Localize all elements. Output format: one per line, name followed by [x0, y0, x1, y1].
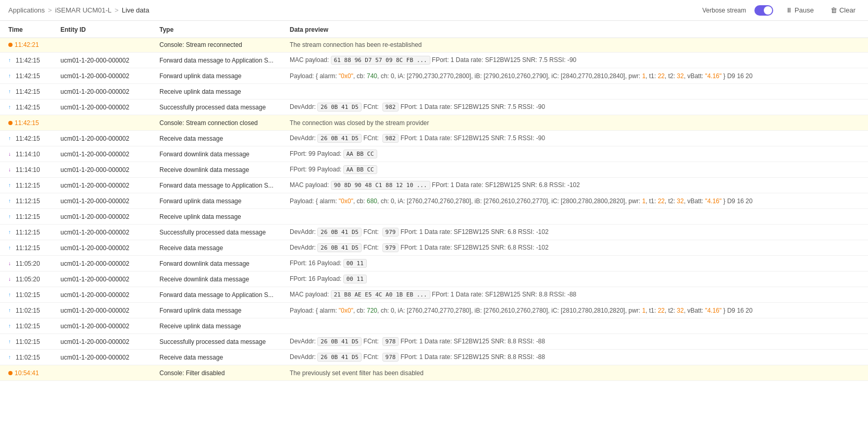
clear-button[interactable]: 🗑 Clear [826, 4, 860, 16]
cell-time: ↓11:14:10 [8, 166, 60, 174]
cell-type: Forward data message to Application S... [159, 57, 290, 64]
table-row: ↑11:02:15 ucm01-1-20-000-000002 Successf… [0, 334, 868, 350]
col-type: Type [159, 26, 290, 33]
cell-data: DevAddr: 26 0B 41 D5 FCnt: 978 FPort: 1 … [290, 337, 860, 346]
cell-time: ↑11:12:15 [8, 244, 60, 252]
toggle-slider [754, 5, 773, 16]
cell-type: Forward uplink data message [159, 72, 290, 80]
cell-time: ↑11:42:15 [8, 104, 60, 111]
cell-type: Receive uplink data message [159, 323, 290, 330]
cell-time: ↑11:12:15 [8, 197, 60, 205]
table-row: ↑11:42:15 ucm01-1-20-000-000002 Receive … [0, 131, 868, 146]
cell-type: Receive uplink data message [159, 88, 290, 95]
cell-type: Console: Stream reconnected [159, 41, 290, 48]
time-value: 11:42:15 [16, 88, 40, 95]
mac-payload-badge: 90 8D 90 48 C1 88 12 10 ... [331, 181, 430, 190]
cell-time: ↑11:02:15 [8, 354, 60, 361]
cell-type: Receive data message [159, 354, 290, 361]
cell-entity: ucm01-1-20-000-000002 [60, 354, 159, 361]
cell-type: Forward uplink data message [159, 307, 290, 314]
down-icon: ↓ [8, 261, 14, 266]
time-value: 11:12:15 [16, 244, 40, 252]
cell-type: Forward data message to Application S... [159, 291, 290, 299]
cell-time: ↑11:12:15 [8, 229, 60, 236]
time-value: 11:05:20 [16, 276, 40, 283]
cell-data: MAC payload: 61 88 96 D7 57 09 8C FB ...… [290, 56, 860, 65]
table-row: ↑11:42:15 ucm01-1-20-000-000002 Forward … [0, 53, 868, 68]
cell-data: DevAddr: 26 0B 41 D5 FCnt: 982 FPort: 1 … [290, 103, 860, 112]
time-value: 11:14:10 [16, 166, 40, 174]
breadcrumb-sep2: > [115, 6, 119, 14]
cell-data: DevAddr: 26 0B 41 D5 FCnt: 978 FPort: 1 … [290, 353, 860, 362]
table-row: ↑11:42:15 ucm01-1-20-000-000002 Forward … [0, 68, 868, 84]
cell-entity: ucm01-1-20-000-000002 [60, 338, 159, 345]
time-value: 11:12:15 [16, 197, 40, 205]
cell-data: DevAddr: 26 0B 41 D5 FCnt: 979 FPort: 1 … [290, 228, 860, 237]
cell-data: MAC payload: 90 8D 90 48 C1 88 12 10 ...… [290, 181, 860, 190]
cell-data: DevAddr: 26 0B 41 D5 FCnt: 982 FPort: 1 … [290, 134, 860, 143]
table-row: ↑11:42:15 ucm01-1-20-000-000002 Receive … [0, 84, 868, 100]
col-data: Data preview [290, 26, 860, 33]
table-row: ↑11:12:15 ucm01-1-20-000-000002 Successf… [0, 225, 868, 240]
cell-data: The stream connection has been re-establ… [290, 41, 860, 48]
cell-type: Receive data message [159, 135, 290, 142]
breadcrumb-applications[interactable]: Applications [8, 6, 45, 14]
cell-data: FPort: 16 Payload: 00 11 [290, 275, 860, 283]
cell-type: Receive data message [159, 244, 290, 252]
breadcrumb-device[interactable]: iSEMAR UCM01-L [55, 6, 111, 14]
cell-time: ↑11:02:15 [8, 291, 60, 299]
cell-data: Payload: { alarm: "0x0", cb: 740, ch: 0,… [290, 72, 860, 80]
table-row: ↑11:02:15 ucm01-1-20-000-000002 Receive … [0, 350, 868, 365]
table-row: ↑11:02:15 ucm01-1-20-000-000002 Forward … [0, 287, 868, 303]
cell-entity: ucm01-1-20-000-000002 [60, 213, 159, 220]
cell-data: FPort: 16 Payload: 00 11 [290, 259, 860, 268]
time-value: 11:42:15 [16, 72, 40, 80]
cell-time: ↑11:02:15 [8, 338, 60, 345]
col-entity: Entity ID [60, 26, 159, 33]
cell-entity: ucm01-1-20-000-000002 [60, 182, 159, 189]
cell-time: ↓11:05:20 [8, 260, 60, 267]
cell-entity: ucm01-1-20-000-000002 [60, 151, 159, 158]
time-value: 11:02:15 [16, 323, 40, 330]
time-value: 11:12:15 [16, 229, 40, 236]
up-icon: ↑ [8, 104, 14, 110]
console-dot [8, 371, 13, 375]
cell-entity: ucm01-1-20-000-000002 [60, 307, 159, 314]
cell-entity: ucm01-1-20-000-000002 [60, 57, 159, 64]
cell-data: DevAddr: 26 0B 41 D5 FCnt: 979 FPort: 1 … [290, 243, 860, 252]
time-value: 11:42:15 [16, 104, 40, 111]
time-value: 11:42:15 [16, 57, 40, 64]
time-value: 11:02:15 [16, 307, 40, 314]
cell-type: Successfully processed data message [159, 338, 290, 345]
time-value: 11:05:20 [16, 260, 40, 267]
cell-data: FPort: 99 Payload: AA BB CC [290, 150, 860, 158]
pause-button[interactable]: ⏸ Pause [782, 4, 818, 16]
time-value: 11:14:10 [16, 151, 40, 158]
table-row: ↑11:02:15 ucm01-1-20-000-000002 Receive … [0, 318, 868, 334]
cell-data: Payload: { alarm: "0x0", cb: 680, ch: 0,… [290, 197, 860, 205]
cell-type: Forward downlink data message [159, 151, 290, 158]
cell-entity: ucm01-1-20-000-000002 [60, 244, 159, 252]
cell-type: Successfully processed data message [159, 104, 290, 111]
cell-entity: ucm01-1-20-000-000002 [60, 229, 159, 236]
cell-type: Console: Filter disabled [159, 369, 290, 377]
cell-entity: ucm01-1-20-000-000002 [60, 104, 159, 111]
up-icon: ↑ [8, 339, 14, 344]
time-value: 11:12:15 [16, 213, 40, 220]
up-icon: ↑ [8, 214, 14, 219]
table-row: ↓11:14:10 ucm01-1-20-000-000002 Receive … [0, 162, 868, 178]
cell-type: Console: Stream connection closed [159, 119, 290, 127]
toolbar-right: Verbose stream ⏸ Pause 🗑 Clear [702, 4, 860, 16]
cell-time: ↓11:05:20 [8, 276, 60, 283]
up-icon: ↑ [8, 182, 14, 188]
console-dot [8, 43, 13, 47]
cell-time: ↑11:42:15 [8, 57, 60, 64]
up-icon: ↑ [8, 73, 14, 79]
cell-type: Receive downlink data message [159, 166, 290, 174]
table-row: 11:42:21 Console: Stream reconnected The… [0, 37, 868, 53]
time-value: 11:12:15 [16, 182, 40, 189]
time-value: 11:02:15 [16, 354, 40, 361]
time-value: 10:54:41 [15, 369, 39, 377]
breadcrumb-current: Live data [122, 6, 150, 14]
verbose-toggle[interactable] [754, 5, 773, 16]
